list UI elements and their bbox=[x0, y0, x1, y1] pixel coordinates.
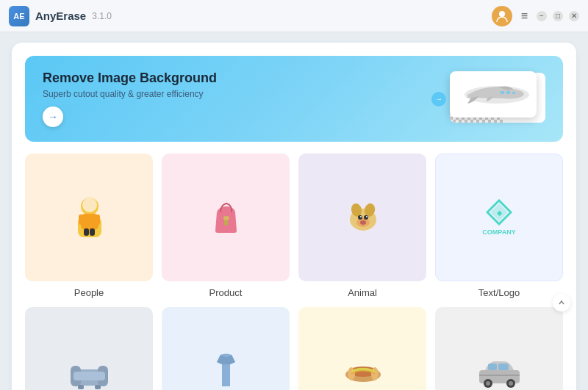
furniture-thumb bbox=[25, 307, 153, 390]
banner-title: Remove Image Background bbox=[43, 71, 217, 86]
category-animal[interactable]: Animal bbox=[298, 154, 426, 298]
scroll-up-chevron[interactable] bbox=[553, 294, 570, 311]
user-avatar[interactable] bbox=[492, 6, 512, 26]
svg-rect-14 bbox=[224, 220, 228, 225]
svg-rect-32 bbox=[78, 385, 84, 389]
remove-background-card: Remove Image Background Superb cutout qu… bbox=[12, 43, 576, 390]
svg-rect-40 bbox=[498, 364, 509, 370]
svg-rect-11 bbox=[95, 214, 100, 225]
svg-point-42 bbox=[486, 381, 490, 386]
clothes-thumb bbox=[162, 307, 290, 390]
svg-rect-13 bbox=[90, 228, 95, 236]
banner-subtitle: Superb cutout quality & greater efficien… bbox=[43, 89, 217, 99]
svg-point-20 bbox=[358, 215, 362, 220]
text-logo-thumb: ◆ COMPANY bbox=[435, 154, 563, 281]
close-button[interactable]: ✕ bbox=[569, 11, 579, 21]
category-people[interactable]: AE People bbox=[25, 154, 153, 298]
plane-illustration: → bbox=[431, 71, 545, 126]
app-version: 3.1.0 bbox=[92, 11, 112, 21]
svg-rect-10 bbox=[79, 214, 84, 225]
maximize-button[interactable]: □ bbox=[553, 11, 563, 21]
svg-rect-12 bbox=[84, 228, 89, 236]
svg-point-0 bbox=[499, 11, 505, 17]
category-car[interactable]: Car bbox=[435, 307, 563, 390]
category-product[interactable]: Product bbox=[162, 154, 290, 298]
svg-point-15 bbox=[223, 216, 229, 220]
svg-point-23 bbox=[360, 216, 362, 217]
animal-thumb bbox=[298, 154, 426, 281]
product-label: Product bbox=[209, 287, 243, 298]
people-thumb: AE bbox=[25, 154, 153, 281]
minimize-button[interactable]: − bbox=[537, 11, 547, 21]
product-thumb bbox=[162, 154, 290, 281]
svg-rect-2 bbox=[501, 91, 504, 94]
car-thumb bbox=[435, 307, 563, 390]
food-thumb bbox=[298, 307, 426, 390]
category-furniture[interactable]: Furniture bbox=[25, 307, 153, 390]
titlebar-right: ≡ − □ ✕ bbox=[492, 6, 579, 26]
category-grid: AE People bbox=[25, 154, 563, 390]
svg-point-44 bbox=[509, 381, 513, 386]
category-clothes[interactable]: Clothes bbox=[162, 307, 290, 390]
category-food[interactable]: Food bbox=[298, 307, 426, 390]
svg-rect-3 bbox=[506, 91, 510, 94]
window-controls: − □ ✕ bbox=[537, 11, 579, 21]
banner-text: Remove Image Background Superb cutout qu… bbox=[43, 71, 217, 127]
animal-label: Animal bbox=[348, 287, 377, 298]
svg-rect-4 bbox=[512, 92, 515, 94]
svg-rect-39 bbox=[488, 364, 497, 370]
titlebar-left: AE AnyErase 3.1.0 bbox=[9, 6, 112, 26]
svg-rect-45 bbox=[479, 375, 520, 376]
svg-point-22 bbox=[360, 220, 366, 225]
app-name: AnyErase bbox=[35, 10, 86, 22]
svg-point-21 bbox=[364, 215, 368, 220]
svg-rect-33 bbox=[95, 385, 101, 389]
menu-icon[interactable]: ≡ bbox=[521, 10, 528, 23]
remove-arrow-button[interactable]: → bbox=[43, 106, 63, 127]
text-logo-label: Text/Logo bbox=[478, 287, 520, 298]
people-label: People bbox=[74, 287, 104, 298]
plane-arrow: → bbox=[431, 92, 446, 106]
app-logo: AE bbox=[9, 6, 29, 26]
main-content: Remove Image Background Superb cutout qu… bbox=[0, 32, 588, 390]
svg-rect-31 bbox=[74, 372, 105, 380]
plane-cutout bbox=[450, 71, 537, 118]
category-text-logo[interactable]: ◆ COMPANY Text/Logo bbox=[435, 154, 563, 298]
svg-point-8 bbox=[82, 198, 97, 212]
svg-point-24 bbox=[366, 216, 368, 217]
remove-banner: Remove Image Background Superb cutout qu… bbox=[25, 56, 563, 142]
svg-text:◆: ◆ bbox=[496, 209, 503, 217]
titlebar: AE AnyErase 3.1.0 ≡ − □ ✕ bbox=[0, 0, 588, 32]
